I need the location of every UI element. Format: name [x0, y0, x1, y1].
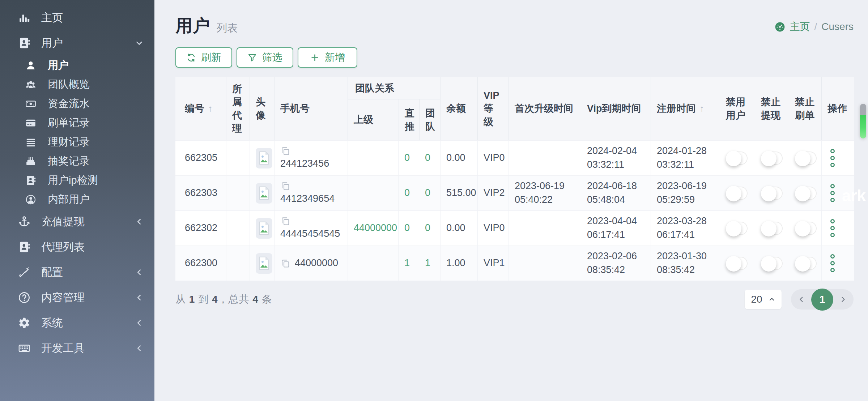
toggle-disable-user[interactable] — [726, 257, 748, 270]
cell-direct[interactable]: 0 — [398, 141, 419, 175]
broken-image-icon — [258, 221, 270, 235]
list-icon — [23, 135, 38, 149]
cell-team[interactable]: 0 — [419, 176, 440, 210]
col-header-first_upgrade: 首次升级时间 — [509, 77, 581, 140]
col-header-label: 直 推 — [405, 107, 414, 133]
cell-disable_user — [720, 176, 755, 210]
toggle-disable-user[interactable] — [726, 152, 748, 165]
toggle-disable-user[interactable] — [726, 187, 748, 200]
chevron-left-icon — [134, 343, 144, 353]
gear-icon — [17, 316, 32, 330]
prev-page-button[interactable] — [792, 295, 810, 304]
toggle-knob — [761, 221, 776, 236]
sort-asc-icon: ↑ — [699, 102, 704, 115]
current-page-button[interactable]: 1 — [811, 289, 833, 311]
scrollbar-thumb[interactable] — [860, 104, 866, 138]
col-header-label: VIP 等级 — [484, 89, 503, 128]
sidebar-item-team-overview[interactable]: 团队概览 — [0, 75, 154, 94]
table-row: 662303441234965400515.00VIP22023-06-19 0… — [175, 175, 854, 210]
table-footer: 从 1 到 4，总共 4 条 20 1 — [175, 289, 854, 310]
row-actions-menu-icon[interactable] — [827, 219, 835, 237]
add-button[interactable]: 新增 — [298, 47, 357, 68]
cell-disable_withdraw — [755, 141, 789, 175]
refresh-button[interactable]: 刷新 — [175, 47, 232, 68]
user-circle-icon — [23, 193, 38, 206]
toggle-disable-withdraw[interactable] — [761, 152, 783, 165]
cell-vip_expire: 2023-02-06 08:35:42 — [581, 246, 651, 281]
anchor-icon — [17, 215, 32, 229]
table-header-row: 编号↑所属 代理头 像手机号团队关系上级直 推团 队余额VIP 等级首次升级时间… — [175, 77, 854, 140]
cell-phone: 4412349654 — [274, 176, 348, 210]
copy-icon[interactable] — [280, 258, 290, 268]
toggle-disable-order[interactable] — [795, 257, 817, 270]
cell-vip_expire: 2023-04-04 06:17:41 — [581, 211, 651, 246]
copy-icon[interactable] — [280, 216, 290, 226]
copy-icon[interactable] — [280, 146, 290, 156]
copy-icon[interactable] — [280, 181, 290, 191]
cell-vip: VIP1 — [477, 246, 509, 281]
sidebar-item-users[interactable]: 用户 — [0, 56, 154, 75]
page-header: 用户 列表 主页 / Cusers — [175, 14, 854, 37]
sidebar-item-internal-users[interactable]: 内部用户 — [0, 190, 154, 209]
col-header-phone: 手机号 — [274, 77, 348, 140]
toggle-disable-withdraw[interactable] — [761, 187, 783, 200]
pagination: 20 1 — [745, 289, 854, 310]
cell-disable_user — [720, 211, 755, 246]
summary-number: 4 — [252, 294, 259, 305]
col-header-id[interactable]: 编号↑ — [175, 77, 226, 140]
rows-summary: 从 1 到 4，总共 4 条 — [175, 293, 272, 306]
col-header-label: 禁止 刷单 — [795, 95, 814, 122]
toggle-disable-order[interactable] — [795, 152, 817, 165]
sidebar-item-lottery-records[interactable]: 抽奖记录 — [0, 152, 154, 171]
keyboard-icon — [17, 341, 32, 355]
sign-language-icon — [17, 265, 32, 279]
sidebar-item-label: 用户 — [48, 58, 144, 73]
sidebar-item-label: 充值提现 — [41, 214, 134, 229]
cell-direct[interactable]: 1 — [398, 246, 419, 281]
col-header-parent: 上级 — [348, 99, 399, 140]
filter-button[interactable]: 筛选 — [237, 47, 293, 68]
next-page-button[interactable] — [834, 295, 852, 304]
sidebar-item-agent-list[interactable]: 代理列表 — [0, 234, 154, 260]
toggle-disable-order[interactable] — [795, 222, 817, 235]
cell-parent-link[interactable]: 44000000 — [348, 211, 398, 246]
col-header-registered[interactable]: 注册时间↑ — [651, 77, 720, 140]
toggle-disable-user[interactable] — [726, 222, 748, 235]
cell-team[interactable]: 0 — [419, 141, 440, 175]
toggle-disable-order[interactable] — [795, 187, 817, 200]
cell-direct[interactable]: 0 — [398, 176, 419, 210]
scrollbar-gray-part — [860, 104, 866, 115]
cell-team[interactable]: 0 — [419, 211, 440, 246]
breadcrumb-home-link[interactable]: 主页 — [790, 20, 810, 34]
sidebar-item-recharge-withdraw[interactable]: 充值提现 — [0, 209, 154, 234]
page-nav: 1 — [791, 289, 854, 310]
sidebar-item-content-mgmt[interactable]: 内容管理 — [0, 285, 154, 310]
sidebar-item-fund-flow[interactable]: 资金流水 — [0, 94, 154, 113]
sidebar-item-home[interactable]: 主页 — [0, 5, 154, 30]
sidebar-item-finance-records[interactable]: 理财记录 — [0, 132, 154, 152]
toggle-disable-withdraw[interactable] — [761, 222, 783, 235]
broken-image-icon — [258, 151, 270, 165]
row-actions-menu-icon[interactable] — [827, 184, 835, 202]
chevron-left-icon — [134, 293, 144, 303]
sidebar-item-system[interactable]: 系统 — [0, 310, 154, 336]
avatar — [256, 148, 272, 168]
table-row: 662305244123456000.00VIP02024-02-04 03:3… — [175, 140, 854, 175]
sidebar-item-order-records[interactable]: 刷单记录 — [0, 113, 154, 132]
cell-team[interactable]: 1 — [419, 246, 440, 281]
cell-direct[interactable]: 0 — [398, 211, 419, 246]
row-actions-menu-icon[interactable] — [827, 254, 835, 272]
sidebar-item-dev-tools[interactable]: 开发工具 — [0, 336, 154, 361]
page-size-select[interactable]: 20 — [745, 290, 782, 309]
table-body: 662305244123456000.00VIP02024-02-04 03:3… — [175, 140, 854, 281]
row-actions-menu-icon[interactable] — [827, 149, 835, 167]
toggle-knob — [795, 186, 810, 201]
sidebar-item-user-ip-check[interactable]: 用户ip检测 — [0, 171, 154, 190]
sidebar-item-label: 系统 — [41, 316, 134, 330]
sidebar-item-config[interactable]: 配置 — [0, 260, 154, 285]
cell-disable_order — [789, 211, 821, 246]
toggle-disable-withdraw[interactable] — [761, 257, 783, 270]
sidebar-item-users-group[interactable]: 用户 — [0, 30, 154, 56]
cell-actions — [821, 176, 854, 210]
sidebar-item-label: 资金流水 — [48, 97, 144, 111]
